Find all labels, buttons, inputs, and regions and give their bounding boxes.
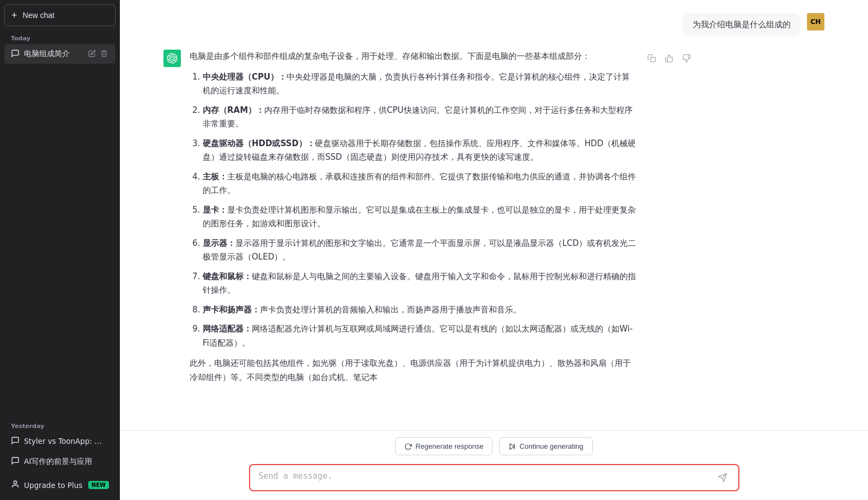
chat-icon-y2	[11, 456, 20, 467]
thumbs-down-button[interactable]	[680, 52, 693, 67]
ai-list-item: 主板：主板是电脑的核心电路板，承载和连接所有的组件和部件。它提供了数据传输和电力…	[203, 170, 636, 198]
input-wrapper	[249, 464, 739, 491]
regenerate-label: Regenerate response	[415, 442, 483, 450]
chat-icon-y1	[11, 436, 20, 447]
upgrade-label: Upgrade to Plus	[24, 481, 82, 490]
new-chat-button[interactable]: + New chat	[4, 4, 116, 26]
regenerate-response-button[interactable]: Regenerate response	[395, 437, 493, 455]
ai-list-item: 内存（RAM）：内存用于临时存储数据和程序，供CPU快速访问。它是计算机的工作空…	[203, 104, 636, 131]
sidebar-item-yesterday-1[interactable]: Styler vs ToonApp: 漫画脸优劣	[4, 432, 116, 451]
sidebar-item-yesterday-2[interactable]: AI写作的前景与应用	[4, 452, 116, 471]
ai-footer-text: 此外，电脑还可能包括其他组件，如光驱（用于读取光盘）、电源供应器（用于为计算机提…	[190, 357, 636, 384]
main-content: 为我介绍电脑是什么组成的 CH 电脑是由多个组件和部件组成的复杂电子设备，用于处…	[120, 0, 868, 500]
ai-list-item: 声卡和扬声器：声卡负责处理计算机的音频输入和输出，而扬声器用于播放声音和音乐。	[203, 303, 636, 317]
today-section-label: Today	[4, 31, 116, 44]
continue-generating-button[interactable]: Continue generating	[499, 437, 592, 455]
user-icon	[11, 480, 20, 490]
new-badge: NEW	[88, 481, 109, 489]
user-message-text: 为我介绍电脑是什么组成的	[693, 20, 791, 29]
continue-label: Continue generating	[519, 442, 583, 450]
thumbs-up-button[interactable]	[663, 52, 676, 67]
ai-list-item: 键盘和鼠标：键盘和鼠标是人与电脑之间的主要输入设备。键盘用于输入文字和命令，鼠标…	[203, 270, 636, 298]
ai-list-item: 显卡：显卡负责处理计算机图形和显示输出。它可以是集成在主板上的集成显卡，也可以是…	[203, 203, 636, 231]
ai-list-item: 硬盘驱动器（HDD或SSD）：硬盘驱动器用于长期存储数据，包括操作系统、应用程序…	[203, 137, 636, 165]
yesterday-section-label: Yesterday	[4, 418, 116, 432]
chat-icon	[11, 49, 20, 59]
ai-list-item: 中央处理器（CPU）：中央处理器是电脑的大脑，负责执行各种计算任务和指令。它是计…	[203, 70, 636, 98]
ai-list-item: 网络适配器：网络适配器允许计算机与互联网或局域网进行通信。它可以是有线的（如以太…	[203, 322, 636, 350]
ai-message-row: 电脑是由多个组件和部件组成的复杂电子设备，用于处理、存储和输出数据。下面是电脑的…	[120, 41, 868, 400]
ai-message-actions	[645, 50, 693, 67]
user-avatar: CH	[807, 13, 824, 31]
ai-intro-text: 电脑是由多个组件和部件组成的复杂电子设备，用于处理、存储和输出数据。下面是电脑的…	[190, 50, 636, 64]
plus-icon: +	[11, 10, 17, 20]
ai-list-item: 显示器：显示器用于显示计算机的图形和文字输出。它通常是一个平面显示屏，可以是液晶…	[203, 237, 636, 264]
svg-marker-2	[510, 443, 514, 449]
new-chat-label: New chat	[23, 11, 54, 20]
bottom-actions: Regenerate response Continue generating	[120, 430, 868, 460]
user-message-row: 为我介绍电脑是什么组成的 CH	[120, 0, 868, 41]
input-area	[120, 460, 868, 500]
send-button[interactable]	[715, 471, 730, 485]
sidebar-item-current-chat[interactable]: 电脑组成简介	[4, 44, 116, 64]
svg-point-0	[14, 481, 16, 484]
chat-area: 为我介绍电脑是什么组成的 CH 电脑是由多个组件和部件组成的复杂电子设备，用于处…	[120, 0, 868, 430]
delete-chat-button[interactable]	[99, 49, 109, 59]
user-avatar-initials: CH	[811, 18, 821, 26]
edit-chat-button[interactable]	[87, 49, 97, 59]
chat-item-today-text: 电脑组成简介	[24, 49, 70, 59]
ai-avatar	[163, 50, 181, 67]
ai-response-list: 中央处理器（CPU）：中央处理器是电脑的大脑，负责执行各种计算任务和指令。它是计…	[190, 70, 636, 351]
message-input[interactable]	[259, 471, 715, 484]
sidebar: + New chat Today 电脑组成简介	[0, 0, 120, 500]
chat-item-yesterday-2-text: AI写作的前景与应用	[24, 457, 92, 467]
upgrade-to-plus-button[interactable]: Upgrade to Plus NEW	[4, 474, 116, 496]
user-message-bubble: 为我介绍电脑是什么组成的	[683, 13, 800, 37]
copy-icon-button[interactable]	[645, 52, 658, 67]
ai-response-content: 电脑是由多个组件和部件组成的复杂电子设备，用于处理、存储和输出数据。下面是电脑的…	[190, 50, 636, 391]
svg-rect-1	[651, 57, 655, 62]
chat-item-yesterday-1-text: Styler vs ToonApp: 漫画脸优劣	[24, 437, 109, 447]
